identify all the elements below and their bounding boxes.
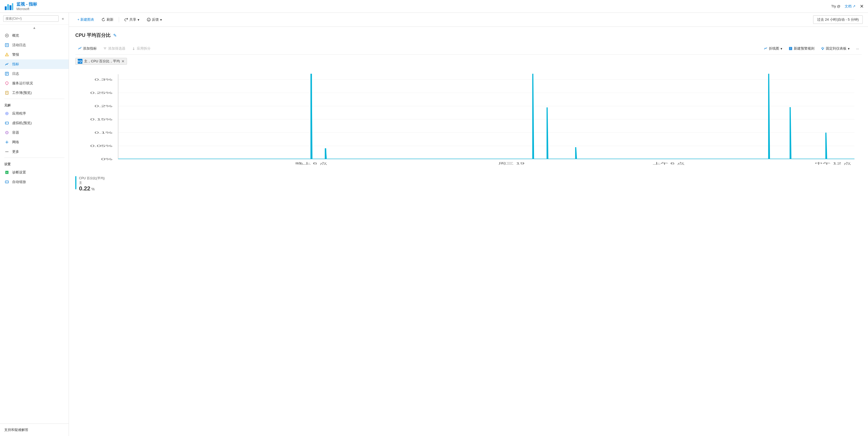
sidebar-item-more[interactable]: 更多 [0,147,69,156]
new-alert-icon: ! [789,47,793,51]
refresh-button[interactable]: 刷新 [98,15,117,24]
metric-tag-close-button[interactable]: ✕ [121,59,125,63]
sidebar-item-activity-log[interactable]: 活动日志 [0,40,69,50]
search-input[interactable] [3,15,59,22]
chart-toolbar-left: 添加指标 添加筛选器 应用拆分 [75,45,153,52]
legend-label: CPU 百分比(平均) [79,176,105,181]
metric-tag-icon: SQL [78,59,83,64]
sidebar-search-row: « [0,13,69,25]
svg-rect-3 [12,3,13,10]
logs-label: 日志 [12,71,19,76]
sidebar-item-containers[interactable]: 容器 [0,128,69,137]
sidebar-item-network[interactable]: 网络 [0,137,69,147]
svg-point-39 [81,47,82,48]
chart-title: CPU 平均百分比 [75,32,111,38]
toolbar-separator [119,17,119,22]
legend-color-bar [75,176,76,189]
sidebar-item-applications[interactable]: 应用程序 [0,109,69,118]
time-range-button[interactable]: 过去 24 小时(自动 - 5 分钟) [813,15,863,24]
svg-text:!: ! [790,47,791,50]
svg-text:0.2%: 0.2% [95,104,113,108]
title-bar-right: Tty @ 文档 ↗ ✕ [831,3,864,9]
svg-text:中午 12 点: 中午 12 点 [815,162,851,165]
add-filter-button[interactable]: 添加筛选器 [100,45,128,52]
svg-text:0.25%: 0.25% [90,91,113,94]
chart-area: CPU 平均百分比 ✎ 添加指标 添加筛选器 应用拆分 [69,27,868,436]
workbook-icon [4,90,9,95]
sidebar-item-overview[interactable]: 概览 [0,31,69,40]
divider-insights [4,99,64,99]
sidebar-item-metrics[interactable]: 指标 [0,59,69,69]
app-subtitle: Microsoft [17,7,37,11]
add-metric-button[interactable]: 添加指标 [75,45,99,52]
metric-tag: SQL 主，CPU 百分比，平均 ✕ [75,58,127,65]
support-link[interactable]: 支持和疑难解答 [4,426,64,434]
svg-text:周三 19: 周三 19 [498,162,525,165]
chart-container: 0% 0.05% 0.1% 0.15% 0.2% 0.25% 0.3% [75,69,862,170]
alerts-label: 警报 [12,52,19,57]
legend-value-row: 0.22 % [79,185,105,192]
chart-svg: 0% 0.05% 0.1% 0.15% 0.2% 0.25% 0.3% [75,69,862,170]
share-chevron-icon: ▾ [137,18,140,22]
legend-info: CPU 百分比(平均) 主 0.22 % [79,176,105,192]
sidebar-item-autoscale[interactable]: 自动缩放 [0,177,69,187]
sidebar-item-workbook[interactable]: 工作簿(预览) [0,88,69,98]
sidebar-item-vm[interactable]: 虚拟机(预览) [0,118,69,128]
sidebar: « ▲ 概览 活动日志 警报 [0,13,69,436]
doc-link[interactable]: 文档 ↗ [845,4,856,9]
settings-section-label: 设置 [0,159,69,167]
feedback-icon [147,18,151,22]
svg-point-22 [6,123,6,123]
diagnostics-icon: + [4,170,9,175]
svg-text:0.1%: 0.1% [95,131,113,134]
sidebar-item-logs[interactable]: 日志 [0,69,69,79]
svg-point-31 [8,151,8,152]
svg-point-11 [7,56,7,56]
sidebar-item-service-health[interactable]: 服务运行状况 [0,79,69,88]
refresh-icon [101,18,105,22]
metrics-label: 指标 [12,62,19,67]
new-alert-button[interactable]: ! 新建预警规则 [786,45,817,52]
close-button[interactable]: ✕ [860,3,864,9]
line-chart-icon [764,47,768,51]
vm-icon [4,120,9,126]
svg-text:0%: 0% [101,158,113,161]
applications-icon [4,111,9,116]
overview-icon [4,33,9,38]
line-chart-chevron: ▾ [780,47,782,51]
collapse-button[interactable]: « [60,16,65,21]
main-content: + 新建图表 刷新 共享 ▾ 反馈 ▾ 过去 24 小时(自动 - 5 [69,13,868,436]
autoscale-icon [4,179,9,185]
legend-resource: 主 [79,181,105,185]
app-title: 监视 - 指标 [17,2,37,7]
service-health-label: 服务运行状况 [12,81,33,86]
svg-rect-2 [9,5,11,10]
applications-label: 应用程序 [12,111,26,116]
svg-point-20 [6,113,7,114]
title-bar: 监视 - 指标 Microsoft Tty @ 文档 ↗ ✕ [0,0,868,13]
sidebar-item-alerts[interactable]: 警报 [0,50,69,59]
feedback-chevron-icon: ▾ [160,18,162,22]
svg-text:+: + [6,171,7,174]
add-metric-icon [78,47,82,51]
new-chart-button[interactable]: + 新建图表 [74,15,97,24]
app-body: « ▲ 概览 活动日志 警报 [0,13,868,436]
chart-legend: CPU 百分比(平均) 主 0.22 % [75,174,862,192]
add-filter-icon [103,47,107,51]
edit-title-icon[interactable]: ✎ [113,33,117,38]
line-chart-button[interactable]: 折线图 ▾ [761,45,785,52]
chart-toolbar-right: 折线图 ▾ ! 新建预警规则 固定到仪表板 ▾ ··· [761,45,862,52]
activity-log-icon [4,42,9,48]
chart-toolbar: 添加指标 添加筛选器 应用拆分 折线图 ▾ [75,43,862,55]
more-options-button[interactable]: ··· [854,45,862,52]
scroll-up-button[interactable]: ▲ [0,25,69,31]
feedback-button[interactable]: 反馈 ▾ [144,15,165,24]
legend-value: 0.22 [79,185,90,192]
logs-icon [4,71,9,76]
share-button[interactable]: 共享 ▾ [121,15,143,24]
pin-to-board-button[interactable]: 固定到仪表板 ▾ [818,45,852,52]
autoscale-label: 自动缩放 [12,180,26,184]
apply-split-button[interactable]: 应用拆分 [129,45,153,52]
containers-label: 容器 [12,130,19,135]
sidebar-item-diagnostics[interactable]: + 诊断设置 [0,167,69,177]
